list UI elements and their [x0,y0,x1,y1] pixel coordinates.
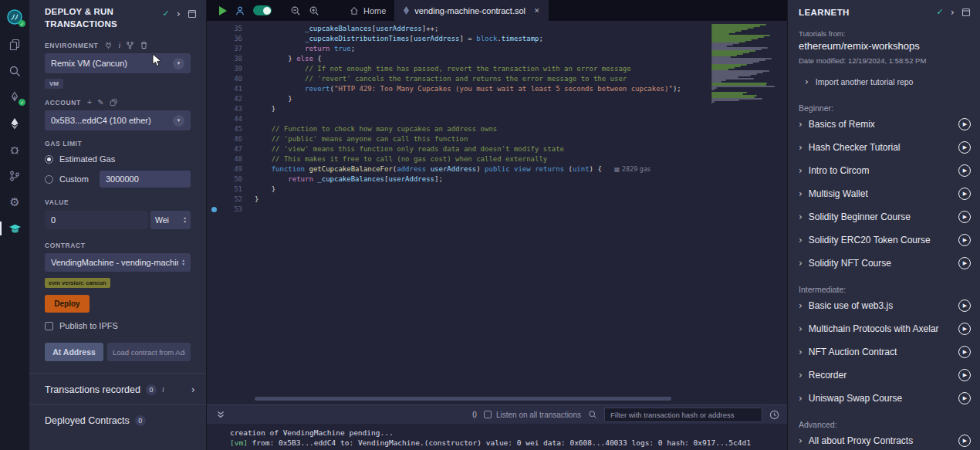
line-number[interactable]: 43 [207,104,255,114]
code-line[interactable]: _cupcakeDistributionTimes[userAddress] =… [255,34,711,44]
add-account-icon[interactable]: + [87,98,92,107]
line-number[interactable]: 36 [207,34,255,44]
copy-account-icon[interactable] [110,99,117,107]
line-number[interactable]: 37 [207,44,255,54]
transactions-info-icon[interactable]: i [162,386,164,394]
code-line[interactable] [255,205,711,215]
panel-popout-icon[interactable] [961,8,971,17]
line-number[interactable]: 38 [207,54,255,64]
play-tutorial-button[interactable]: ▶ [958,164,971,177]
terminal-output[interactable]: creation of VendingMachine pending...[vm… [207,424,787,450]
play-tutorial-button[interactable]: ▶ [958,211,971,223]
play-tutorial-button[interactable]: ▶ [958,323,971,335]
live-preview-toggle[interactable] [253,5,272,15]
code-line[interactable]: } [255,184,711,195]
environment-plug-icon[interactable] [104,41,113,49]
search-icon[interactable] [0,63,29,79]
tutorial-item[interactable]: ›Solidity Beginner Course▶ [799,205,971,228]
remix-logo[interactable]: ✓ [0,8,29,26]
solidity-compiler-icon[interactable]: ✓ [0,90,29,105]
transactions-recorded-section[interactable]: Transactions recorded 0 i › [29,373,206,404]
play-tutorial-button[interactable]: ▶ [958,141,971,154]
tutorial-item[interactable]: ›All about Proxy Contracts▶ [799,429,971,450]
tutorial-item[interactable]: ›Solidity ERC20 Token Course▶ [799,228,971,252]
code-line[interactable]: return true; [255,44,711,54]
source-control-icon[interactable] [0,168,29,184]
play-tutorial-button[interactable]: ▶ [958,257,971,269]
terminal-search-icon[interactable] [588,410,597,419]
line-number[interactable]: 48 [207,154,255,164]
tab-home[interactable]: Home [341,0,394,21]
line-number[interactable]: 40 [207,74,255,84]
tutorial-item[interactable]: ›Multisig Wallet▶ [799,182,971,205]
tutorial-item[interactable]: ›Intro to Circom▶ [799,159,971,182]
ai-assistant-icon[interactable] [235,5,245,16]
code-line[interactable]: _cupcakeBalances[userAddress]++; [255,24,711,34]
line-number[interactable]: 51 [207,184,255,195]
environment-select[interactable]: Remix VM (Cancun) ▾ [45,53,191,73]
value-unit-select[interactable]: Wei ▴▾ [150,211,191,229]
tutorial-item[interactable]: ›Uniswap Swap Course▶ [799,387,971,410]
play-tutorial-button[interactable]: ▶ [958,369,971,381]
file-explorer-icon[interactable] [0,37,29,52]
code-line[interactable]: revert("HTTP 429: Too Many Cupcakes (you… [255,84,711,94]
environment-fork-icon[interactable] [126,41,134,49]
edit-account-icon[interactable]: ✎ [97,99,103,107]
code-line[interactable]: // 'revert' cancels the transaction and … [255,74,711,84]
tab-vending-machine-contract[interactable]: vending-machine-contract.sol ✕ [394,0,548,21]
code-line[interactable]: } else { [255,54,711,64]
import-tutorial-repo-button[interactable]: › Import another tutorial repo [799,76,971,87]
horizontal-scrollbar[interactable] [255,397,671,401]
line-number[interactable]: 50 [207,174,255,184]
terminal-collapse-icon[interactable] [216,410,225,419]
code-line[interactable]: function getCupcakeBalanceFor(address us… [255,164,711,174]
code-line[interactable]: // 'public' means anyone can call this f… [255,134,711,144]
listen-all-transactions-checkbox[interactable]: Listen on all transactions [484,411,581,419]
account-select[interactable]: 0x5B3...eddC4 (100 ether) ▾ [45,110,191,130]
line-number[interactable]: 44 [207,114,255,124]
code-line[interactable] [255,114,711,124]
code-line[interactable]: return _cupcakeBalances[userAddress]; [255,174,711,184]
line-number[interactable]: 53 [207,205,255,215]
line-number[interactable]: 47 [207,144,255,154]
deploy-and-run-icon[interactable] [0,116,29,131]
play-tutorial-button[interactable]: ▶ [958,188,971,200]
debugger-icon[interactable] [0,142,29,157]
deploy-button[interactable]: Deploy [45,295,90,313]
play-tutorial-button[interactable]: ▶ [958,435,971,447]
tutorial-item[interactable]: ›Multichain Protocols with Axelar▶ [799,317,971,340]
line-number[interactable]: 42 [207,94,255,104]
expand-transactions-icon[interactable]: › [191,384,195,395]
code-line[interactable]: } [255,195,711,205]
line-number[interactable]: 41 [207,84,255,94]
estimated-gas-radio[interactable]: Estimated Gas [45,154,191,164]
tutorial-item[interactable]: ›Basics of Remix▶ [799,113,971,136]
code-line[interactable]: // This makes it free to call (no gas co… [255,154,711,164]
terminal-history-icon[interactable] [769,410,779,420]
panel-popout-icon[interactable] [188,9,197,19]
code-line[interactable]: // Function to check how many cupcakes a… [255,124,711,134]
line-number[interactable]: 35 [207,24,255,34]
environment-delete-icon[interactable] [140,41,148,49]
tutorial-item[interactable]: ›Recorder▶ [799,364,971,387]
environment-info-icon[interactable]: i [118,42,120,49]
settings-gear-icon[interactable]: ⚙ [0,195,29,210]
play-tutorial-button[interactable]: ▶ [958,118,971,130]
tutorial-item[interactable]: ›NFT Auction Contract▶ [799,340,971,364]
code-line[interactable]: // If not enough time has passed, revert… [255,64,711,74]
line-number[interactable]: 45 [207,124,255,134]
code-line[interactable]: } [255,104,711,114]
tutorial-item[interactable]: ›Hash Checker Tutorial▶ [799,136,971,159]
run-script-button[interactable] [219,6,227,15]
deployed-contracts-section[interactable]: Deployed Contracts 0 [29,404,206,435]
code-editor[interactable]: 35363738394041424344454647484950515253 _… [207,21,787,404]
contract-select[interactable]: VendingMachine - vending-machin ▴▾ [45,253,191,272]
panel-chevron-icon[interactable]: › [951,7,955,17]
code-line[interactable]: // 'view' means this function only reads… [255,144,711,154]
close-tab-icon[interactable]: ✕ [534,7,540,15]
value-input[interactable] [45,211,148,229]
line-number[interactable]: 49 [207,164,255,174]
tutorial-item[interactable]: ›Solidity NFT Course▶ [799,252,971,275]
zoom-out-icon[interactable] [290,5,301,16]
line-number[interactable]: 39 [207,64,255,74]
